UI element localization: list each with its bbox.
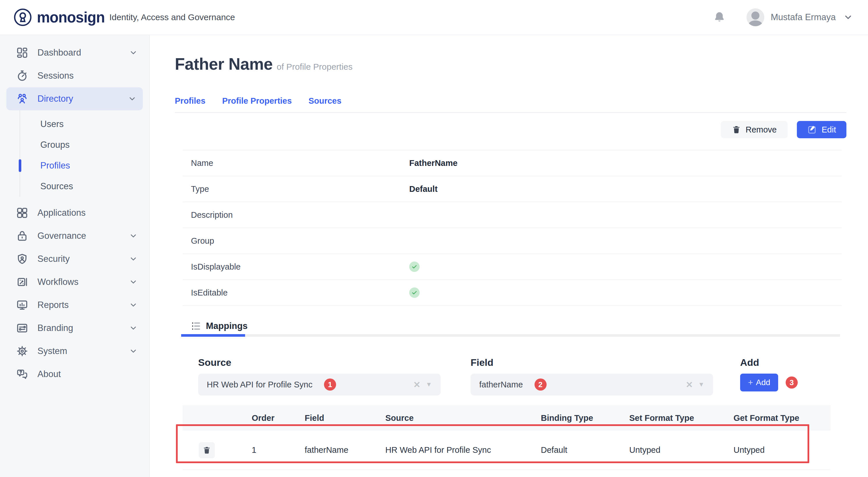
help-chat-icon (16, 368, 28, 380)
sidebar-item-system[interactable]: System (0, 339, 149, 363)
sidebar-item-label: Branding (37, 323, 129, 333)
clear-icon[interactable]: ✕ (413, 380, 421, 390)
annotation-badge-2: 2 (534, 379, 547, 391)
header-set-format-type: Set Format Type (629, 413, 734, 423)
trash-icon (732, 125, 741, 134)
remove-button-label: Remove (746, 125, 777, 135)
detail-row-description: Description (183, 202, 841, 228)
header-binding-type: Binding Type (541, 413, 629, 423)
plus-icon: + (748, 378, 753, 387)
chevron-down-icon[interactable] (129, 347, 138, 355)
row-delete-button[interactable] (199, 442, 215, 458)
edit-button[interactable]: Edit (797, 121, 846, 138)
detail-label: Type (191, 184, 409, 194)
brand[interactable]: monosign (13, 7, 105, 27)
field-select[interactable]: fatherName 2 ✕ ▼ (471, 374, 713, 395)
detail-row-isdisplayable: IsDisplayable (183, 254, 841, 280)
mappings-table: Order Field Source Binding Type Set Form… (183, 405, 831, 470)
chevron-down-icon[interactable] (129, 232, 138, 240)
detail-value: Default (409, 184, 437, 194)
remove-button[interactable]: Remove (721, 121, 788, 138)
stopwatch-icon (16, 70, 28, 82)
workflow-edit-icon (16, 276, 28, 288)
detail-row-iseditable: IsEditable (183, 280, 841, 306)
users-group-icon (16, 93, 28, 105)
cell-field: fatherName (305, 445, 385, 455)
sidebar-item-label: About (37, 369, 138, 379)
add-button[interactable]: + Add (740, 374, 778, 391)
sidebar-item-label: Users (40, 119, 64, 129)
user-menu-chevron-down-icon[interactable] (843, 12, 853, 22)
page-subtitle: of Profile Properties (277, 62, 352, 71)
cell-get-format-type: Untyped (734, 445, 831, 455)
brand-name: monosign (37, 9, 105, 26)
chevron-down-icon[interactable] (129, 324, 138, 332)
sidebar-item-reports[interactable]: Reports (0, 294, 149, 317)
sidebar-item-profiles[interactable]: Profiles (20, 155, 149, 176)
action-buttons: Remove Edit (175, 121, 846, 138)
main-content: Father Nameof Profile Properties Profile… (150, 35, 868, 477)
lock-icon (16, 230, 28, 242)
edit-button-label: Edit (822, 125, 836, 135)
sidebar-item-users[interactable]: Users (20, 114, 149, 135)
dropdown-caret-icon[interactable]: ▼ (426, 381, 432, 388)
sidebar: Dashboard Sessions Directory Users Group… (0, 35, 150, 477)
sidebar-item-directory[interactable]: Directory (6, 87, 143, 110)
details-table: Name FatherName Type Default Description… (183, 150, 841, 306)
list-icon (191, 321, 201, 331)
trash-icon (203, 446, 211, 454)
sidebar-item-dashboard[interactable]: Dashboard (0, 41, 149, 64)
page-tabs: Profiles Profile Properties Sources (175, 96, 846, 106)
clear-icon[interactable]: ✕ (686, 380, 693, 390)
field-heading: Field (471, 357, 740, 368)
add-heading: Add (740, 357, 798, 368)
chevron-down-icon[interactable] (129, 255, 138, 263)
check-circle-icon (409, 262, 420, 272)
sidebar-item-groups[interactable]: Groups (20, 135, 149, 155)
annotation-badge-3: 3 (786, 377, 798, 389)
sidebar-item-label: Directory (37, 94, 128, 104)
topbar: monosign Identity, Access and Governance… (0, 0, 868, 35)
mapping-form: Source HR Web API for Profile Sync 1 ✕ ▼… (198, 357, 846, 395)
cell-binding-type: Default (541, 445, 629, 455)
cell-set-format-type: Untyped (629, 445, 734, 455)
tab-sources[interactable]: Sources (308, 96, 341, 106)
sidebar-item-applications[interactable]: Applications (0, 201, 149, 225)
sidebar-item-about[interactable]: About (0, 363, 149, 386)
detail-row-name: Name FatherName (183, 150, 841, 176)
tab-profile-properties[interactable]: Profile Properties (222, 96, 292, 106)
sidebar-item-branding[interactable]: Branding (0, 317, 149, 339)
cell-source: HR Web API for Profile Sync (385, 445, 541, 455)
chevron-down-icon[interactable] (129, 49, 138, 57)
sidebar-item-sessions[interactable]: Sessions (0, 64, 149, 87)
sidebar-item-label: Applications (37, 208, 138, 218)
header-source: Source (385, 413, 541, 423)
dropdown-caret-icon[interactable]: ▼ (698, 381, 705, 388)
sidebar-item-sources[interactable]: Sources (20, 176, 149, 197)
sidebar-item-security[interactable]: Security (0, 247, 149, 270)
detail-value: FatherName (409, 158, 458, 168)
sidebar-item-label: Workflows (37, 277, 129, 287)
sidebar-item-label: Sources (40, 181, 73, 191)
notifications-bell-icon[interactable] (713, 11, 726, 24)
add-button-label: Add (756, 378, 770, 387)
page-title: Father Nameof Profile Properties (175, 55, 846, 76)
sidebar-item-governance[interactable]: Governance (0, 225, 149, 247)
tab-profiles[interactable]: Profiles (175, 96, 205, 106)
source-select[interactable]: HR Web API for Profile Sync 1 ✕ ▼ (198, 374, 441, 395)
chevron-down-icon[interactable] (128, 94, 136, 103)
source-select-value: HR Web API for Profile Sync (207, 380, 312, 389)
sidebar-item-label: Groups (40, 140, 70, 150)
chevron-down-icon[interactable] (129, 301, 138, 309)
sidebar-item-label: Sessions (37, 70, 138, 81)
chevron-down-icon[interactable] (129, 278, 138, 286)
page-title-text: Father Name (175, 55, 273, 73)
mappings-table-header: Order Field Source Binding Type Set Form… (183, 405, 831, 430)
sidebar-item-workflows[interactable]: Workflows (0, 270, 149, 294)
user-avatar[interactable] (746, 8, 764, 26)
tabs-divider (175, 112, 846, 113)
tab-mappings[interactable]: Mappings (191, 320, 248, 332)
gear-icon (16, 345, 28, 357)
sidebar-item-label: Security (37, 254, 129, 264)
user-name[interactable]: Mustafa Ermaya (771, 12, 836, 23)
